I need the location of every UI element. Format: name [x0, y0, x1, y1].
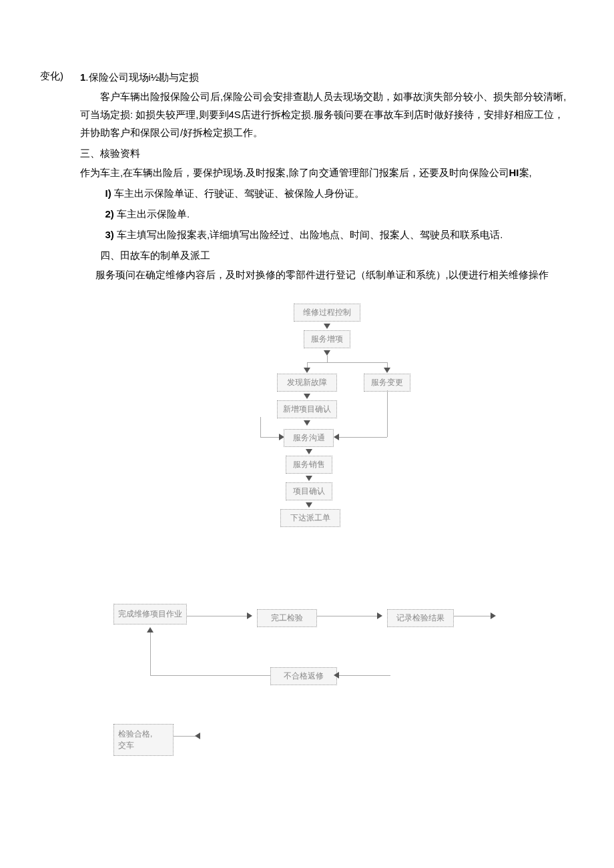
arrow-down-icon — [324, 350, 330, 356]
arrow-down-icon — [304, 368, 310, 373]
line — [327, 356, 328, 362]
margin-note: 变化) — [40, 67, 80, 777]
arrow-down-icon — [384, 368, 390, 373]
section3-body-text-a: 作为车主,在车辆出险后，要保护现场.及时报案,除了向交通管理部门报案后，还要及时… — [80, 167, 509, 178]
list-item-2: 2) 车主出示保险单. — [80, 205, 574, 223]
arrow-left-icon — [334, 672, 339, 679]
margin-note-text: 变化) — [40, 70, 63, 81]
arrow-down-icon — [324, 324, 330, 329]
fc1-box-new-item-confirm: 新增项目确认 — [277, 400, 337, 418]
line — [337, 675, 390, 676]
section3-body: 作为车主,在车辆出险后，要保护现场.及时报案,除了向交通管理部门报案后，还要及时… — [80, 163, 574, 181]
document-body: 变化) 1.保险公司现场i½勘与定损 客户车辆出险报保险公司后,保险公司会安排查… — [40, 67, 574, 777]
line — [150, 675, 270, 676]
fc1-box-service-comm: 服务沟通 — [284, 429, 334, 447]
section1-heading: 1.保险公司现场i½勘与定损 — [80, 68, 574, 86]
line — [387, 390, 388, 437]
line — [307, 362, 387, 363]
arrow-down-icon — [306, 502, 312, 508]
fc2-box-inspection: 完工检验 — [257, 609, 317, 627]
fc1-box-item-confirm: 项目确认 — [286, 482, 332, 500]
item2-num: 2) — [105, 208, 114, 220]
arrow-right-icon — [491, 612, 496, 619]
item1-num: I) — [105, 187, 111, 199]
item1-text: 车主出示保险单证、行驶证、驾驶证、被保险人身份证。 — [111, 187, 364, 199]
arrow-down-icon — [304, 394, 310, 399]
fc1-box-service-sales: 服务销售 — [286, 456, 332, 474]
fc1-box-new-fault: 发现新故障 — [277, 374, 337, 392]
arrow-right-icon — [247, 612, 252, 619]
fc1-box-service-change: 服务变更 — [364, 374, 410, 392]
fc2-box-unqualified: 不合格返修 — [270, 667, 337, 685]
line — [337, 437, 387, 438]
line — [260, 417, 261, 437]
line — [317, 616, 380, 616]
fc2-box-record-result: 记录检验结果 — [387, 609, 454, 627]
section1-title: .保险公司现场i½勘与定损 — [85, 71, 199, 83]
main-column: 1.保险公司现场i½勘与定损 客户车辆出险报保险公司后,保险公司会安排查勘人员去… — [80, 67, 574, 777]
arrow-down-icon — [306, 476, 312, 481]
section3-heading: 三、核验资料 — [80, 144, 574, 162]
section1-body: 客户车辆出险报保险公司后,保险公司会安排查勘人员去现场交勘，如事故演失部分较小、… — [80, 87, 574, 141]
fc2-box-qualified: 检验合格, 交车 — [113, 724, 174, 756]
arrow-down-icon — [304, 420, 310, 426]
list-item-1: I) 车主出示保险单证、行驶证、驾驶证、被保险人身份证。 — [80, 184, 574, 202]
arrow-up-icon — [147, 627, 154, 632]
arrow-left-icon — [334, 434, 339, 440]
line — [150, 630, 151, 675]
item2-text: 车主出示保险单. — [114, 208, 190, 220]
arrow-right-icon — [377, 612, 382, 619]
fc2-box-complete-repair: 完成维修项目作业 — [113, 604, 187, 624]
flowchart-1: 维修过程控制 服务增项 发现新故障 服务变更 新增项目确认 服务沟通 — [220, 304, 434, 557]
hi-bold: HI — [509, 167, 519, 178]
arrow-left-icon — [195, 733, 200, 739]
section4-body: 服务顼问在确定维修内容后，及时对换修的零部件进行登记（纸制单证和系统）,以便进行… — [80, 266, 574, 284]
item3-num: 3) — [105, 229, 114, 240]
section3-body-text-b: 案, — [519, 167, 532, 178]
item3-text: 车主填写出险报案表,详细填写出险经过、出险地点、时间、报案人、驾驶员和联系电话. — [114, 229, 503, 240]
list-item-3: 3) 车主填写出险报案表,详细填写出险经过、出险地点、时间、报案人、驾驶员和联系… — [80, 226, 574, 244]
fc1-box-maintenance-control: 维修过程控制 — [294, 304, 360, 322]
line — [454, 616, 494, 616]
section4-heading: 四、田故车的制单及派工 — [80, 246, 574, 264]
fc1-box-service-add: 服务增项 — [304, 330, 350, 348]
fc1-box-dispatch: 下达派工单 — [280, 509, 340, 527]
flowchart-2: 完成维修项目作业 完工检验 记录检验结果 不合格返修 检验合格, 交车 — [113, 604, 541, 777]
line — [187, 616, 250, 616]
arrow-down-icon — [306, 449, 312, 454]
